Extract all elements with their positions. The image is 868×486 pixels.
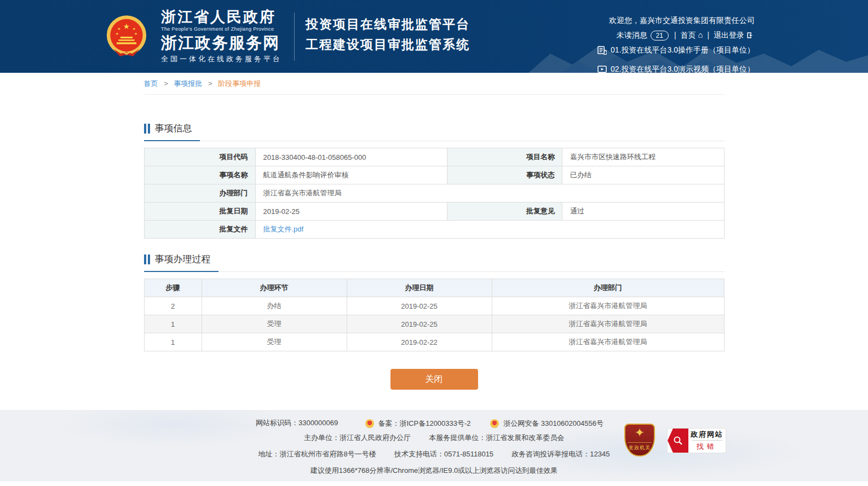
info-label-item-status: 事项状态 bbox=[447, 166, 562, 184]
svg-text:★: ★ bbox=[133, 26, 136, 30]
process-table: 步骤 办理环节 办理日期 办理部门 2 办结 2019-02-25 浙江省嘉兴市… bbox=[144, 279, 725, 351]
info-value-item-name: 航道通航条件影响评价审核 bbox=[255, 166, 447, 184]
organizer: 主办单位：浙江省人民政府办公厅 bbox=[304, 433, 411, 442]
home-icon: ⌂ bbox=[698, 30, 703, 39]
breadcrumb-current: 阶段事项申报 bbox=[218, 79, 261, 88]
table-row: 事项名称 航道通航条件影响评价审核 事项状态 已办结 bbox=[144, 166, 724, 184]
system-titles: 投资项目在线审批监管平台 工程建设项目审批监管系统 bbox=[306, 14, 470, 59]
service-provider: 本服务提供单位：浙江省发展和改革委员会 bbox=[429, 433, 564, 442]
site-id: 网站标识码：3300000069 bbox=[256, 419, 338, 427]
police-badge-icon bbox=[490, 419, 499, 428]
process-cell: 受理 bbox=[202, 315, 347, 333]
table-row: 2 办结 2019-02-25 浙江省嘉兴市港航管理局 bbox=[144, 297, 724, 315]
process-col-dept: 办理部门 bbox=[492, 279, 724, 297]
info-value-project-code: 2018-330400-48-01-058065-000 bbox=[255, 148, 447, 166]
table-row: 批复文件 批复文件.pdf bbox=[144, 221, 724, 239]
section-bars-icon bbox=[144, 124, 150, 134]
system-title-1: 投资项目在线审批监管平台 bbox=[306, 14, 470, 34]
info-label-approval-date: 批复日期 bbox=[144, 202, 255, 221]
manual-link[interactable]: 01.投资在线平台3.0操作手册（项目单位） bbox=[597, 43, 755, 57]
home-link[interactable]: 首页 ⌂ bbox=[681, 31, 703, 39]
main-content: 事项信息 项目代码 2018-330400-48-01-058065-000 项… bbox=[144, 122, 725, 390]
process-cell: 浙江省嘉兴市港航管理局 bbox=[492, 333, 724, 351]
process-cell: 2 bbox=[144, 297, 202, 315]
info-value-dept: 浙江省嘉兴市港航管理局 bbox=[255, 184, 724, 202]
svg-text:★: ★ bbox=[116, 31, 119, 35]
find-error-flag bbox=[668, 429, 688, 453]
info-label-approval-opinion: 批复意见 bbox=[447, 202, 562, 221]
system-title-2: 工程建设项目审批监管系统 bbox=[306, 34, 470, 55]
info-value-approval-opinion: 通过 bbox=[562, 202, 724, 221]
info-value-approval-file: 批复文件.pdf bbox=[255, 221, 724, 239]
process-cell: 2019-02-22 bbox=[347, 333, 492, 351]
footer-browser-tip: 建议使用1366*768分辨率/Chrome浏览器/IE9.0或以上浏览器访问达… bbox=[0, 462, 868, 479]
header-user-area: 欢迎您，嘉兴市交通投资集团有限责任公司 未读消息 21|首页 ⌂|退出登录 01… bbox=[597, 13, 755, 73]
section-bars-icon bbox=[144, 254, 150, 264]
info-value-approval-date: 2019-02-25 bbox=[255, 202, 447, 221]
unread-count-badge[interactable]: 21 bbox=[651, 31, 669, 40]
process-cell: 受理 bbox=[202, 333, 347, 351]
police-badge-icon bbox=[365, 419, 374, 428]
process-col-step: 步骤 bbox=[144, 279, 202, 297]
logout-icon bbox=[746, 32, 755, 39]
video-icon bbox=[597, 65, 607, 73]
breadcrumb-bar: 首页 > 事项报批 > 阶段事项申报 bbox=[0, 73, 868, 95]
process-cell: 办结 bbox=[202, 297, 347, 315]
info-value-item-status: 已办结 bbox=[562, 166, 724, 184]
page-footer: 网站标识码：3300000069 备案：浙ICP备12000333号-2 浙公网… bbox=[0, 410, 868, 481]
footer-org-line: 主办单位：浙江省人民政府办公厅 本服务提供单位：浙江省发展和改革委员会 bbox=[0, 430, 868, 446]
magnifier-icon bbox=[672, 435, 683, 446]
svg-text:★: ★ bbox=[123, 22, 130, 31]
process-cell: 2019-02-25 bbox=[347, 315, 492, 333]
portal-name: 浙江政务服务网 bbox=[161, 34, 282, 51]
breadcrumb: 首页 > 事项报批 > 阶段事项申报 bbox=[144, 73, 725, 95]
info-section: 事项信息 项目代码 2018-330400-48-01-058065-000 项… bbox=[144, 122, 725, 239]
process-col-stage: 办理环节 bbox=[202, 279, 347, 297]
table-row: 1 受理 2019-02-25 浙江省嘉兴市港航管理局 bbox=[144, 315, 724, 333]
info-label-approval-file: 批复文件 bbox=[144, 221, 255, 239]
info-label-project-code: 项目代码 bbox=[144, 148, 255, 166]
process-cell: 浙江省嘉兴市港航管理局 bbox=[492, 315, 724, 333]
page-header: ★ ★ ★ ★ ★ 浙江省人民政府 The People's Governmen… bbox=[0, 0, 868, 73]
process-cell: 浙江省嘉兴市港航管理局 bbox=[492, 297, 724, 315]
info-section-title: 事项信息 bbox=[144, 122, 200, 141]
svg-text:★: ★ bbox=[134, 31, 137, 35]
process-cell: 2019-02-25 bbox=[347, 297, 492, 315]
info-label-item-name: 事项名称 bbox=[144, 166, 255, 184]
svg-text:★: ★ bbox=[117, 26, 120, 30]
process-cell: 1 bbox=[144, 315, 202, 333]
tech-phone: 技术支持电话：0571-85118015 bbox=[394, 450, 493, 458]
find-error-badge[interactable]: 政府网站 找错 bbox=[667, 428, 726, 453]
breadcrumb-item-report[interactable]: 事项报批 bbox=[174, 79, 202, 88]
party-emblem-icon: ✦ bbox=[625, 425, 654, 441]
footer-contact-line: 地址：浙江省杭州市省府路8号一号楼 技术支持电话：0571-85118015 政… bbox=[0, 446, 868, 462]
table-header-row: 步骤 办理环节 办理日期 办理部门 bbox=[144, 279, 724, 297]
info-label-project-name: 项目名称 bbox=[447, 148, 562, 166]
table-row: 1 受理 2019-02-22 浙江省嘉兴市港航管理局 bbox=[144, 333, 724, 351]
table-row: 办理部门 浙江省嘉兴市港航管理局 bbox=[144, 184, 724, 202]
unread-messages-link[interactable]: 未读消息 21 bbox=[617, 31, 670, 39]
info-table: 项目代码 2018-330400-48-01-058065-000 项目名称 嘉… bbox=[144, 148, 725, 239]
video-link[interactable]: 02.投资在线平台3.0演示视频（项目单位） bbox=[597, 62, 755, 73]
info-value-project-name: 嘉兴市市区快速路环线工程 bbox=[562, 148, 724, 166]
complaint-phone: 政务咨询投诉举报电话：12345 bbox=[511, 450, 610, 458]
footer-records-line: 网站标识码：3300000069 备案：浙ICP备12000333号-2 浙公网… bbox=[0, 410, 868, 430]
document-icon bbox=[597, 45, 607, 55]
process-col-date: 办理日期 bbox=[347, 279, 492, 297]
table-row: 项目代码 2018-330400-48-01-058065-000 项目名称 嘉… bbox=[144, 148, 724, 166]
site-logo-text: 浙江省人民政府 The People's Government of Zheji… bbox=[161, 9, 282, 64]
portal-subtitle: 全国一体化在线政务服务平台 bbox=[161, 54, 282, 64]
breadcrumb-home[interactable]: 首页 bbox=[144, 79, 158, 88]
logout-link[interactable]: 退出登录 bbox=[714, 31, 755, 39]
table-row: 批复日期 2019-02-25 批复意见 通过 bbox=[144, 202, 724, 221]
approval-file-link[interactable]: 批复文件.pdf bbox=[263, 225, 304, 233]
gov-name-en: The People's Government of Zhejiang Prov… bbox=[161, 26, 282, 32]
header-divider bbox=[294, 13, 295, 61]
process-section-title: 事项办理过程 bbox=[144, 253, 219, 272]
gov-name: 浙江省人民政府 bbox=[161, 9, 282, 25]
national-emblem-logo: ★ ★ ★ ★ ★ bbox=[103, 13, 150, 60]
process-section: 事项办理过程 步骤 办理环节 办理日期 办理部门 2 办结 2019-02-25… bbox=[144, 253, 725, 351]
process-cell: 1 bbox=[144, 333, 202, 351]
close-button[interactable]: 关闭 bbox=[390, 369, 478, 390]
address: 地址：浙江省杭州市省府路8号一号楼 bbox=[258, 450, 376, 458]
